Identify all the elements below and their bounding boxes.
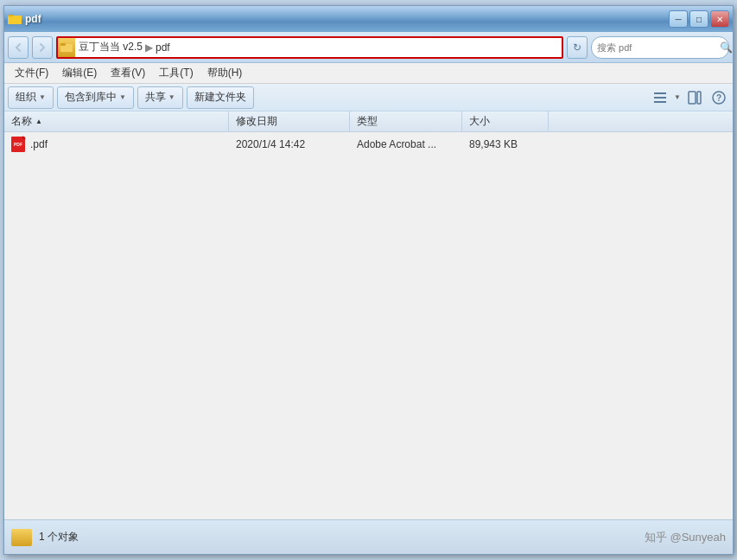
toolbar-right: ▼ ?: [650, 87, 729, 108]
column-header-date[interactable]: 修改日期: [229, 111, 350, 131]
title-bar-folder-icon: [8, 12, 22, 26]
pane-icon: [688, 91, 702, 105]
svg-rect-7: [654, 101, 666, 103]
refresh-icon: ↻: [573, 41, 581, 54]
back-arrow-icon: [13, 42, 23, 53]
minimize-button[interactable]: ─: [669, 10, 688, 28]
forward-arrow-icon: [37, 42, 48, 53]
file-size-label: 89,943 KB: [469, 138, 518, 150]
title-bar-buttons: ─ □ ✕: [669, 10, 729, 28]
pdf-file-icon: PDF: [11, 137, 25, 152]
menu-tools[interactable]: 工具(T): [152, 64, 200, 82]
path-part-1: 豆丁当当 v2.5: [79, 40, 143, 54]
menu-help[interactable]: 帮助(H): [200, 64, 250, 82]
col-date-label: 修改日期: [236, 114, 277, 129]
status-folder-icon: [11, 529, 32, 546]
file-type-cell: Adobe Acrobat ...: [350, 132, 462, 156]
forward-button[interactable]: [32, 36, 53, 59]
menu-view[interactable]: 查看(V): [104, 64, 152, 82]
share-button[interactable]: 共享 ▼: [137, 86, 183, 109]
svg-text:?: ?: [716, 93, 721, 103]
file-name-label: .pdf: [30, 138, 48, 150]
nav-bar: 豆丁当当 v2.5 ▶ pdf ↻ 🔍: [4, 32, 733, 63]
include-library-button[interactable]: 包含到库中 ▼: [57, 86, 134, 109]
toolbar: 组织 ▼ 包含到库中 ▼ 共享 ▼ 新建文件夹 ▼: [4, 84, 733, 111]
svg-rect-5: [654, 92, 666, 94]
restore-button[interactable]: □: [689, 10, 708, 28]
organize-label: 组织: [16, 90, 36, 105]
share-dropdown-icon: ▼: [168, 93, 175, 101]
watermark: 知乎 @Sunyeah: [645, 530, 726, 545]
include-dropdown-icon: ▼: [119, 93, 126, 101]
organize-dropdown-icon: ▼: [39, 93, 46, 101]
address-folder-icon: [58, 38, 75, 57]
path-separator: ▶: [145, 41, 153, 54]
file-date-cell: 2020/1/4 14:42: [229, 132, 350, 156]
explorer-window: pdf ─ □ ✕ 豆丁当当 v2: [3, 5, 734, 555]
address-path: 豆丁当当 v2.5 ▶ pdf: [75, 40, 562, 54]
col-name-label: 名称: [11, 114, 32, 129]
svg-rect-8: [689, 92, 696, 104]
view-toggle-button[interactable]: [650, 87, 670, 108]
file-name-cell: PDF .pdf: [4, 132, 229, 156]
column-header-size[interactable]: 大小: [462, 111, 549, 131]
svg-rect-2: [8, 16, 22, 24]
title-bar-left: pdf: [8, 12, 41, 26]
svg-rect-9: [697, 92, 701, 104]
folder-icon: [60, 42, 73, 53]
table-row[interactable]: PDF .pdf 2020/1/4 14:42 Adobe Acrobat ..…: [4, 132, 733, 156]
column-header: 名称 ▲ 修改日期 类型 大小: [4, 111, 733, 132]
title-bar-title: pdf: [25, 13, 41, 25]
menu-bar: 文件(F) 编辑(E) 查看(V) 工具(T) 帮助(H): [4, 63, 733, 84]
include-label: 包含到库中: [65, 90, 117, 105]
title-bar: pdf ─ □ ✕: [4, 6, 733, 32]
file-type-label: Adobe Acrobat ...: [357, 138, 436, 150]
status-bar: 1 个对象 知乎 @Sunyeah: [4, 519, 733, 554]
search-icon: 🔍: [720, 41, 733, 54]
menu-edit[interactable]: 编辑(E): [55, 64, 104, 82]
share-label: 共享: [145, 90, 166, 105]
back-button[interactable]: [8, 36, 29, 59]
menu-file[interactable]: 文件(F): [8, 64, 55, 82]
preview-pane-button[interactable]: [684, 87, 705, 108]
col-type-label: 类型: [357, 114, 378, 129]
column-header-type[interactable]: 类型: [350, 111, 462, 131]
svg-rect-6: [654, 97, 666, 99]
organize-button[interactable]: 组织 ▼: [8, 86, 54, 109]
status-count: 1 个对象: [39, 530, 645, 544]
path-part-2: pdf: [156, 41, 170, 54]
close-button[interactable]: ✕: [710, 10, 729, 28]
file-date-label: 2020/1/4 14:42: [236, 138, 305, 150]
help-button[interactable]: ?: [708, 87, 729, 108]
file-size-cell: 89,943 KB: [462, 132, 549, 156]
search-input[interactable]: [597, 42, 716, 53]
col-sort-indicator: ▲: [35, 118, 42, 125]
help-icon: ?: [712, 91, 726, 105]
svg-rect-4: [60, 43, 66, 46]
refresh-button[interactable]: ↻: [567, 36, 588, 59]
file-list: PDF .pdf 2020/1/4 14:42 Adobe Acrobat ..…: [4, 132, 733, 519]
new-folder-button[interactable]: 新建文件夹: [187, 86, 254, 109]
address-bar[interactable]: 豆丁当当 v2.5 ▶ pdf: [56, 36, 563, 59]
column-header-name[interactable]: 名称 ▲: [4, 111, 229, 131]
col-size-label: 大小: [469, 114, 490, 129]
view-dropdown-icon: ▼: [674, 93, 681, 101]
view-list-icon: [653, 91, 667, 105]
new-folder-label: 新建文件夹: [194, 90, 246, 105]
search-bar[interactable]: 🔍: [591, 36, 729, 59]
